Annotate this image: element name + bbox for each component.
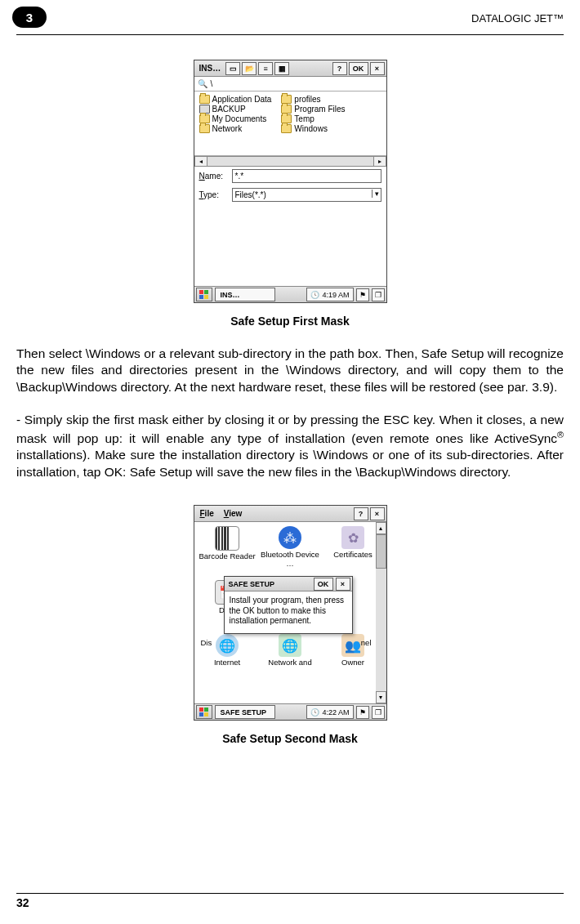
toolbar-icon[interactable]: 📂 [242,62,257,75]
ok-button[interactable]: OK [349,62,368,75]
scrollbar-thumb[interactable] [376,534,386,569]
toolbar-icon[interactable]: ▦ [274,62,289,75]
path-text: \ [211,79,213,88]
certificates-icon: ✿ [341,526,364,549]
header-product: DATALOGIC JET™ [471,12,564,25]
barcode-icon [215,526,239,551]
start-button[interactable] [196,705,212,719]
tray-icon[interactable]: ⚑ [356,288,369,301]
list-item[interactable]: Network [199,124,272,133]
close-button[interactable]: × [370,62,385,75]
type-label: Type: [199,190,228,199]
network-icon: 🌐 [279,634,301,657]
popup-ok-button[interactable]: OK [314,578,333,591]
taskbar-app[interactable]: INS… [215,288,275,301]
close-button[interactable]: × [370,507,385,520]
list-item[interactable]: Temp [281,114,345,123]
paragraph-1: Then select \Windows or a relevant sub-d… [16,346,564,395]
partial-label: Dis [201,638,212,647]
list-item[interactable]: My Documents [199,114,272,123]
popup-close-button[interactable]: × [336,578,350,591]
scroll-right-icon[interactable]: ▸ [373,156,386,167]
taskbar-app[interactable]: SAFE SETUP [215,705,275,719]
search-icon: 🔍 [198,79,207,88]
bluetooth-icon: ⁂ [279,526,301,549]
partial-label: nel [361,638,372,647]
file-list[interactable]: Application Data BACKUP My Documents Net… [194,92,386,156]
safe-setup-popup: SAFE SETUP OK × Install your program, th… [224,576,353,634]
list-item[interactable]: Windows [281,124,345,133]
cpanel-item[interactable]: 🌐Network and [259,634,322,685]
scroll-up-icon[interactable]: ▴ [376,522,386,534]
menu-view[interactable]: View [220,509,247,518]
help-button[interactable]: ? [354,507,368,520]
cpanel-item[interactable]: Barcode Reader [196,526,259,577]
tray-icon[interactable]: ❐ [372,288,385,301]
scroll-left-icon[interactable]: ◂ [194,156,207,167]
blank-area [194,204,386,286]
popup-body: Install your program, then press the OK … [225,591,352,633]
header-rule [16,34,564,35]
list-item[interactable]: Application Data [199,95,272,104]
cpanel-item[interactable]: ⁂Bluetooth Device … [259,526,322,577]
internet-icon: 🌐 [216,634,239,657]
menu-file[interactable]: File [196,509,218,518]
folder-icon [199,95,210,104]
page-number: 32 [16,896,564,909]
type-select[interactable]: Files(*.*) [232,188,381,202]
list-item[interactable]: profiles [281,95,345,104]
list-item[interactable]: BACKUP [199,105,272,114]
tray-icon[interactable]: ❐ [372,706,385,719]
help-button[interactable]: ? [332,62,347,75]
vertical-scrollbar[interactable]: ▴ ▾ [376,522,386,703]
taskbar-clock[interactable]: 🕓4:22 AM [306,705,353,719]
folder-icon [281,124,292,133]
toolbar-icon[interactable]: ≡ [258,62,273,75]
start-button[interactable] [196,288,212,301]
name-label: Name: [199,172,228,181]
figure2-caption: Safe Setup Second Mask [16,732,564,745]
taskbar-clock[interactable]: 🕓4:19 AM [306,288,353,301]
toolbar-icon[interactable]: ▭ [225,62,240,75]
figure1-caption: Safe Setup First Mask [16,315,564,328]
first-mask-window: INS… ▭ 📂 ≡ ▦ ? OK × 🔍 \ Application Data… [194,60,387,303]
tray-icon[interactable]: ⚑ [356,706,369,719]
paragraph-2: - Simply skip the first mask either by c… [16,412,564,480]
second-mask-window: File View ? × Barcode Reader ⁂Bluetooth … [194,505,387,721]
popup-title: SAFE SETUP [226,580,311,588]
name-input[interactable]: *.* [232,169,381,183]
section-badge: 3 [12,7,47,28]
horizontal-scrollbar[interactable]: ◂ ▸ [194,156,386,167]
list-item[interactable]: Program Files [281,105,345,114]
footer-rule [16,893,564,894]
scroll-down-icon[interactable]: ▾ [376,691,386,703]
folder-icon [199,124,210,133]
window-title: INS… [196,64,225,73]
